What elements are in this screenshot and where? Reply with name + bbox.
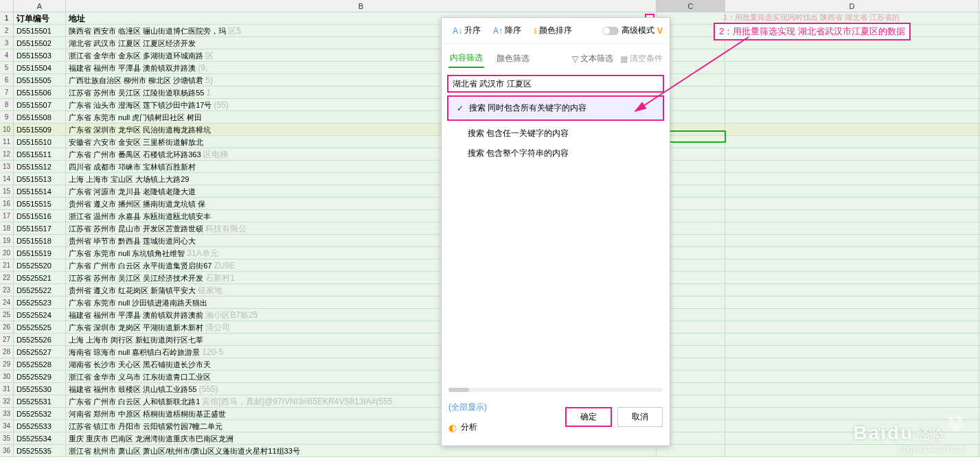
cell-d[interactable] [725,259,979,271]
cell-d[interactable] [725,445,979,456]
cell-d[interactable] [725,358,979,370]
row-header[interactable]: 32 [0,395,14,407]
cell-d[interactable] [725,272,979,283]
row-header[interactable]: 35 [0,432,14,444]
cell-order[interactable]: D5515502 [14,37,66,49]
cell-d[interactable] [725,111,979,123]
cell-order[interactable]: D5515517 [14,222,66,234]
row-header[interactable]: 10 [0,124,14,135]
cell-d[interactable] [725,408,979,419]
row-header[interactable]: 1 [0,12,14,24]
cell-address[interactable]: 浙江省 杭州市 萧山区 萧山区/杭州市/萧山区义蓬街道火星村11组33号 [66,445,657,456]
row-header[interactable]: 19 [0,235,14,246]
row-header[interactable]: 26 [0,321,14,333]
cell-order[interactable]: D5515511 [14,148,66,160]
cell-order[interactable]: D5525525 [14,321,66,333]
row-header[interactable]: 24 [0,297,14,308]
cell-d[interactable] [725,383,979,395]
cell-order[interactable]: D5515514 [14,185,66,197]
cell-order[interactable]: D5515515 [14,198,66,209]
cell-d[interactable] [725,161,979,172]
ok-button[interactable]: 确定 [565,407,612,427]
cell-order[interactable]: D5515519 [14,247,66,259]
cancel-button[interactable]: 取消 [617,407,663,427]
cell-order[interactable]: D5525528 [14,358,66,370]
cell-d[interactable] [725,198,979,209]
cell-d[interactable] [725,247,979,259]
cell-d[interactable] [725,297,979,308]
cell-d[interactable] [725,210,979,222]
analysis-label[interactable]: 分析 [461,421,477,433]
cell-d[interactable] [725,62,979,73]
tab-content-filter[interactable]: 内容筛选 [448,49,484,68]
scrollbar-thumb[interactable] [448,388,469,392]
row-header[interactable]: 36 [0,445,14,456]
row-header[interactable]: 31 [0,383,14,395]
cell-order[interactable]: D5515509 [14,124,66,135]
cell-order[interactable]: D5525531 [14,395,66,407]
row-header[interactable]: 2 [0,25,14,36]
row-header[interactable]: 5 [0,62,14,73]
row-header[interactable]: 33 [0,408,14,419]
select-all-corner[interactable] [0,0,14,12]
cell-order[interactable]: D5515518 [14,235,66,246]
row-header[interactable]: 34 [0,420,14,432]
cell-d[interactable] [725,99,979,111]
cell-order[interactable]: D5525523 [14,297,66,308]
cell-d[interactable] [725,74,979,86]
cell-order[interactable]: D5515504 [14,62,66,73]
cell-order[interactable]: D5525535 [14,445,66,456]
cell-order[interactable]: D5515508 [14,111,66,123]
column-header-d[interactable]: D [725,0,979,12]
row-header[interactable]: 18 [0,222,14,234]
row-header[interactable]: 27 [0,334,14,345]
row-header[interactable]: 8 [0,99,14,111]
cell-order[interactable]: D5525520 [14,259,66,271]
column-header-c[interactable]: C [657,0,725,12]
cell-d[interactable] [725,346,979,358]
cell-c[interactable] [657,445,725,456]
cell-d[interactable] [725,86,979,98]
toggle-switch[interactable] [602,27,619,35]
cell-d[interactable] [725,321,979,333]
advanced-mode-toggle[interactable]: 高级模式 V [602,25,663,36]
cell-order[interactable]: D5515512 [14,161,66,172]
cell-header-a[interactable]: 订单编号 [14,12,66,24]
cell-order[interactable]: D5515513 [14,173,66,185]
option-any-keyword[interactable]: 搜索 包含任一关键字的内容 [442,124,670,143]
row-header[interactable]: 15 [0,185,14,197]
row-header[interactable]: 28 [0,346,14,358]
cell-d[interactable] [725,395,979,407]
cell-order[interactable]: D5525527 [14,346,66,358]
row-header[interactable]: 12 [0,148,14,160]
cell-d[interactable] [725,334,979,345]
row-header[interactable]: 25 [0,309,14,321]
cell-order[interactable]: D5515510 [14,136,66,148]
cell-order[interactable]: D5525521 [14,272,66,283]
row-header[interactable]: 20 [0,247,14,259]
cell-d[interactable] [725,136,979,148]
sort-descending-button[interactable]: A↑ 降序 [489,23,525,38]
row-header[interactable]: 23 [0,284,14,296]
row-header[interactable]: 22 [0,272,14,283]
cell-d[interactable] [725,432,979,444]
cell-order[interactable]: D5525526 [14,334,66,345]
row-header[interactable]: 13 [0,161,14,172]
cell-d[interactable] [725,420,979,432]
cell-order[interactable]: D5525529 [14,371,66,382]
cell-order[interactable]: D5525534 [14,432,66,444]
cell-d[interactable] [725,49,979,61]
cell-d[interactable] [725,371,979,382]
cell-d[interactable] [725,185,979,197]
row-header[interactable]: 21 [0,259,14,271]
row-header[interactable]: 29 [0,358,14,370]
tab-color-filter[interactable]: 颜色筛选 [495,50,531,67]
cell-order[interactable]: D5525533 [14,420,66,432]
cell-d[interactable] [725,124,979,135]
row-header[interactable]: 6 [0,74,14,86]
cell-order[interactable]: D5525524 [14,309,66,321]
cell-d[interactable] [725,235,979,246]
row-header[interactable]: 9 [0,111,14,123]
column-header-b[interactable]: B [66,0,657,12]
option-all-keywords[interactable]: ✓ 搜索 同时包含所有关键字的内容 [448,98,663,118]
